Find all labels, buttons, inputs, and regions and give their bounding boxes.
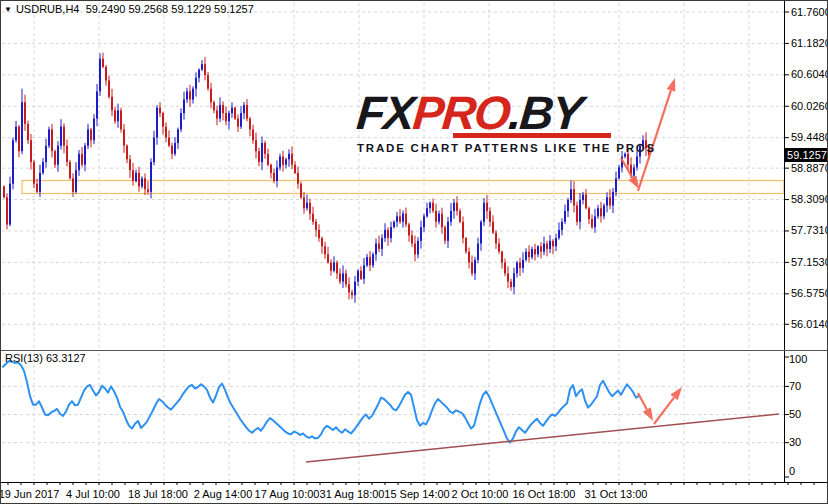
- price-tick-label: 60.0260: [791, 100, 828, 113]
- rsi-line: [3, 361, 639, 443]
- chart-window: ▼USDRUB,H4 59.2490 59.2568 59.1229 59.12…: [0, 0, 828, 504]
- price-tick-label: 56.5750: [791, 287, 828, 300]
- price-tick-label: 56.0140: [791, 318, 828, 331]
- price-tick-label: 58.8870: [791, 162, 828, 175]
- support-zone[interactable]: [22, 180, 784, 193]
- title-bar: ▼USDRUB,H4 59.2490 59.2568 59.1229 59.12…: [4, 3, 254, 15]
- symbol-dropdown-icon[interactable]: ▼: [4, 5, 12, 14]
- price-tick-label: 60.6040: [791, 68, 828, 81]
- current-price-badge: 59.1257: [785, 148, 828, 162]
- logo-tagline: TRADE CHART PATTERNS LIKE THE PROS: [357, 142, 656, 154]
- price-tick-label: 58.3090: [791, 193, 828, 206]
- logo-pro: PRO: [411, 86, 511, 139]
- watermark-logo: FXPRO.BY TRADE CHART PATTERNS LIKE THE P…: [357, 89, 656, 154]
- price-tick-label: 61.1820: [791, 37, 828, 50]
- time-tick-label: 15 Sep 14:00: [384, 488, 449, 500]
- price-tick-label: 57.7310: [791, 224, 828, 237]
- time-tick-label: 17 Aug 10:00: [255, 488, 320, 500]
- time-tick-label: 31 Aug 18:00: [320, 488, 385, 500]
- time-tick-label: 18 Jul 18:00: [128, 488, 188, 500]
- logo-wordmark: FXPRO.BY: [355, 89, 658, 137]
- chart-quotes: 59.2490 59.2568 59.1229 59.1257: [86, 3, 254, 15]
- time-tick-label: 2 Aug 14:00: [194, 488, 253, 500]
- rsi-trendline[interactable]: [306, 414, 779, 462]
- rsi-tick-label: 30: [789, 436, 801, 449]
- rsi-tick-label: 0: [789, 465, 795, 478]
- price-tick-label: 59.4480: [791, 131, 828, 144]
- time-tick-label: 16 Oct 18:00: [513, 488, 576, 500]
- time-tick-label: 19 Jun 2017: [0, 488, 59, 500]
- logo-by: BY: [518, 86, 584, 139]
- time-tick-label: 2 Oct 10:00: [452, 488, 509, 500]
- chart-canvas[interactable]: [1, 1, 828, 504]
- rsi-tick-label: 70: [789, 380, 801, 393]
- price-tick-label: 61.7600: [791, 6, 828, 19]
- rsi-indicator-label: RSI(13) 63.3127: [5, 352, 86, 364]
- time-tick-label: 31 Oct 13:00: [585, 488, 648, 500]
- time-tick-label: 4 Jul 10:00: [66, 488, 120, 500]
- chart-symbol: USDRUB,H4: [16, 3, 80, 15]
- price-tick-label: 57.1530: [791, 256, 828, 269]
- logo-fx: FX: [355, 86, 416, 139]
- rsi-tick-label: 100: [789, 353, 807, 366]
- rsi-tick-label: 50: [789, 408, 801, 421]
